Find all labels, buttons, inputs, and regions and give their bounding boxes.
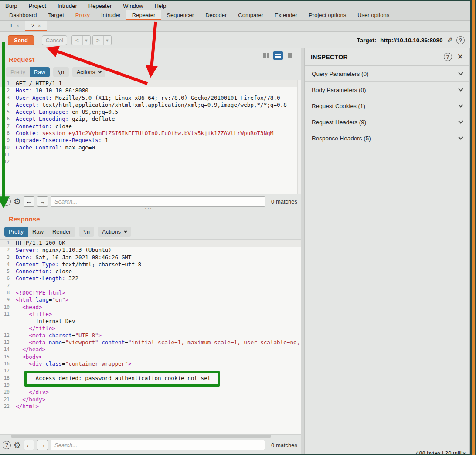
response-tab-actions[interactable]: Actions [98, 227, 131, 237]
prev-request-button[interactable]: < ▼ [71, 35, 91, 45]
response-search-matches: 0 matches [271, 442, 297, 448]
editor-line: 7Connection: close [0, 123, 301, 130]
request-search-prev-button[interactable]: ← [24, 196, 34, 207]
editor-line: 22</html> [0, 403, 301, 410]
line-content: <html lang="en"> [13, 296, 301, 303]
menu-item-window[interactable]: Window [123, 3, 143, 9]
tab-dashboard[interactable]: Dashboard [3, 10, 43, 20]
tab-sequencer[interactable]: Sequencer [161, 10, 200, 20]
request-search-next-button[interactable]: → [37, 196, 48, 207]
inspector-section-label: Body Parameters (0) [312, 87, 459, 93]
inspector-section-request-headers[interactable]: Request Headers (9) [305, 114, 469, 130]
response-search-bar: ? ⚙ ← → 0 matches [0, 438, 301, 452]
line-number: 6 [0, 115, 13, 122]
response-search-prev-button[interactable]: ← [24, 440, 34, 450]
cancel-button[interactable]: Cancel [42, 35, 67, 45]
tab-repeater[interactable]: Repeater [126, 10, 161, 20]
chevron-down-icon[interactable] [458, 70, 463, 75]
menu-item-repeater[interactable]: Repeater [88, 3, 112, 9]
inspector-section-body-parameters[interactable]: Body Parameters (0) [305, 82, 469, 98]
editor-line: 1GET / HTTP/1.1 [0, 80, 301, 87]
editor-line: 4Accept: text/html,application/xhtml+xml… [0, 102, 301, 109]
target-help-icon[interactable]: ? [456, 36, 465, 44]
line-content: Server: nginx/1.10.3 (Ubuntu) [13, 247, 301, 254]
inspector-splitter[interactable] [301, 48, 304, 454]
prev-dropdown-icon[interactable]: ▼ [82, 36, 90, 45]
request-tab-n[interactable]: \n [53, 67, 69, 77]
request-response-splitter-handle[interactable]: ··· [145, 205, 153, 211]
chevron-down-icon[interactable] [458, 135, 463, 139]
request-search-help-icon[interactable]: ? [3, 197, 11, 206]
response-tab-n[interactable]: \n [79, 227, 95, 237]
repeater-tab-1[interactable]: 1× [3, 21, 25, 31]
editor-line: 2Host: 10.10.10.86:8080 [0, 87, 301, 94]
response-horizontal-scrollbar[interactable] [11, 435, 271, 438]
line-number [0, 318, 13, 325]
menu-item-help[interactable]: Help [154, 3, 166, 9]
inspector-section-label: Response Headers (5) [312, 135, 459, 142]
next-dropdown-icon[interactable]: ▼ [103, 36, 111, 45]
response-editor[interactable]: 1HTTP/1.1 200 OK2Server: nginx/1.10.3 (U… [0, 239, 301, 435]
request-search-input[interactable] [51, 196, 265, 207]
request-editor-scrollbar[interactable] [297, 80, 301, 194]
response-search-next-button[interactable]: → [37, 440, 48, 450]
request-tab-pretty[interactable]: Pretty [6, 67, 30, 77]
response-tab-pretty[interactable]: Pretty [4, 227, 28, 237]
request-search-settings-icon[interactable]: ⚙ [14, 197, 21, 206]
tab-proxy[interactable]: Proxy [70, 10, 95, 20]
repeater-tab-item[interactable]: ... [47, 21, 60, 31]
layout-single-button[interactable] [285, 51, 295, 60]
repeater-tab-2[interactable]: 2× [25, 21, 47, 31]
menu-item-intruder[interactable]: Intruder [58, 3, 77, 9]
layout-columns-button[interactable] [262, 51, 271, 60]
editor-line: 19 [0, 382, 301, 389]
response-tab-render[interactable]: Render [48, 227, 75, 237]
editor-line: 4Content-Type: text/html; charset=utf-8 [0, 261, 301, 268]
inspector-close-icon[interactable]: ✕ [457, 52, 463, 61]
send-button[interactable]: Send [8, 35, 34, 45]
editor-line: Internal Dev [0, 318, 301, 325]
chevron-down-icon[interactable] [458, 86, 463, 91]
menu-item-burp[interactable]: Burp [5, 3, 17, 9]
chevron-down-icon [124, 229, 127, 233]
response-search-settings-icon[interactable]: ⚙ [14, 441, 21, 449]
inspector-section-request-cookies[interactable]: Request Cookies (1) [305, 98, 469, 114]
response-search-input[interactable] [51, 440, 265, 450]
request-editor[interactable]: 1GET / HTTP/1.12Host: 10.10.10.86:80803U… [0, 80, 301, 194]
tab-target[interactable]: Target [43, 10, 70, 20]
response-tab-raw[interactable]: Raw [28, 227, 48, 237]
response-search-help-icon[interactable]: ? [3, 441, 11, 449]
tab-intruder[interactable]: Intruder [95, 10, 126, 20]
editor-line: 1HTTP/1.1 200 OK [0, 240, 301, 247]
tab-project-options[interactable]: Project options [303, 10, 352, 20]
line-content: Cookie: session=eyJ1c2VybmFtZSI6IkFETUlO… [13, 130, 301, 137]
request-tab-raw[interactable]: Raw [30, 67, 50, 77]
tab-decoder[interactable]: Decoder [200, 10, 232, 20]
inspector-section-query-parameters[interactable]: Query Parameters (0) [305, 66, 469, 82]
layout-rows-button[interactable] [273, 51, 283, 60]
chevron-down-icon[interactable] [458, 119, 463, 123]
line-content: <div class="container wrapper"> [13, 360, 301, 367]
request-tab-actions[interactable]: Actions [72, 67, 106, 77]
line-content [13, 158, 301, 165]
editor-line: 15 <body> [0, 353, 301, 360]
target-url: http://10.10.10.86:8080 [380, 37, 442, 44]
line-number: 4 [0, 102, 13, 109]
close-tab-icon[interactable]: × [38, 23, 41, 28]
request-tab-label: Pretty [10, 69, 25, 75]
line-number: 8 [0, 130, 13, 137]
menu-bar: BurpProjectIntruderRepeaterWindowHelp [0, 1, 476, 10]
tab-user-options[interactable]: User options [352, 10, 395, 20]
repeater-toolbar: Send Cancel < ▼ > ▼ Target: http://10.10… [0, 32, 476, 48]
tab-comparer[interactable]: Comparer [232, 10, 269, 20]
line-content: </html> [13, 403, 301, 410]
close-tab-icon[interactable]: × [16, 23, 19, 28]
edit-target-icon[interactable]: ✎ [447, 36, 452, 44]
tab-extender[interactable]: Extender [269, 10, 303, 20]
chevron-down-icon[interactable] [458, 102, 463, 107]
next-request-button[interactable]: > ▼ [92, 35, 112, 45]
line-content [13, 282, 301, 289]
inspector-help-icon[interactable]: ? [444, 53, 452, 61]
menu-item-project[interactable]: Project [28, 3, 46, 9]
inspector-section-response-headers[interactable]: Response Headers (5) [305, 130, 469, 146]
